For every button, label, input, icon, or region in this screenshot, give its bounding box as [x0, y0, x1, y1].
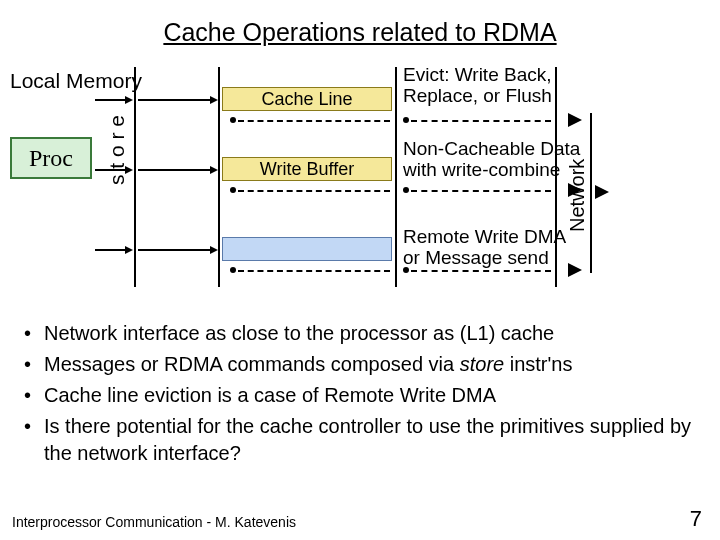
- bracket-vline: [590, 113, 592, 273]
- dash-2a: [238, 190, 390, 192]
- bullet-4: Is there potential for the cache control…: [24, 413, 694, 467]
- slide-title: Cache Operations related to RDMA: [0, 0, 720, 57]
- write-buffer-box: Write Buffer: [222, 157, 392, 181]
- vline-right1: [395, 67, 397, 287]
- vline-left1: [134, 67, 136, 287]
- bracket-arrow: [595, 185, 609, 199]
- vline-left2: [218, 67, 220, 287]
- label-remote-write: Remote Write DMA or Message send: [403, 227, 566, 269]
- dash-3b: [411, 270, 551, 272]
- arrow-to-box-3: [138, 249, 216, 251]
- local-memory-label: Local Memory: [10, 69, 142, 93]
- diagram: Local Memory Proc s t o r e Network Cach…: [0, 57, 720, 297]
- dash-3a: [238, 270, 390, 272]
- blue-box: [222, 237, 392, 261]
- arrow-store-2: [95, 169, 131, 171]
- arrow-out-2: [568, 183, 582, 197]
- bullet-3: Cache line eviction is a case of Remote …: [24, 382, 694, 409]
- cache-line-box: Cache Line: [222, 87, 392, 111]
- bullet-1: Network interface as close to the proces…: [24, 320, 694, 347]
- label-evict: Evict: Write Back, Replace, or Flush: [403, 65, 552, 107]
- arrow-to-box-2: [138, 169, 216, 171]
- footer-left: Interprocessor Communication - M. Kateve…: [12, 514, 296, 530]
- arrow-store-1: [95, 99, 131, 101]
- store-label: s t o r e: [105, 115, 129, 185]
- dash-1a: [238, 120, 390, 122]
- dot-1b: [403, 117, 409, 123]
- dot-2a: [230, 187, 236, 193]
- dash-2b: [411, 190, 551, 192]
- dot-2b: [403, 187, 409, 193]
- arrow-store-3: [95, 249, 131, 251]
- arrow-to-box-1: [138, 99, 216, 101]
- page-number: 7: [690, 506, 702, 532]
- dot-1a: [230, 117, 236, 123]
- label-noncacheable: Non-Cacheable Data with write-combine: [403, 139, 580, 181]
- dot-3b: [403, 267, 409, 273]
- arrow-out-1: [568, 113, 582, 127]
- bullet-list: Network interface as close to the proces…: [24, 320, 694, 471]
- dash-1b: [411, 120, 551, 122]
- arrow-out-3: [568, 263, 582, 277]
- dot-3a: [230, 267, 236, 273]
- proc-box: Proc: [10, 137, 92, 179]
- bullet-2: Messages or RDMA commands composed via s…: [24, 351, 694, 378]
